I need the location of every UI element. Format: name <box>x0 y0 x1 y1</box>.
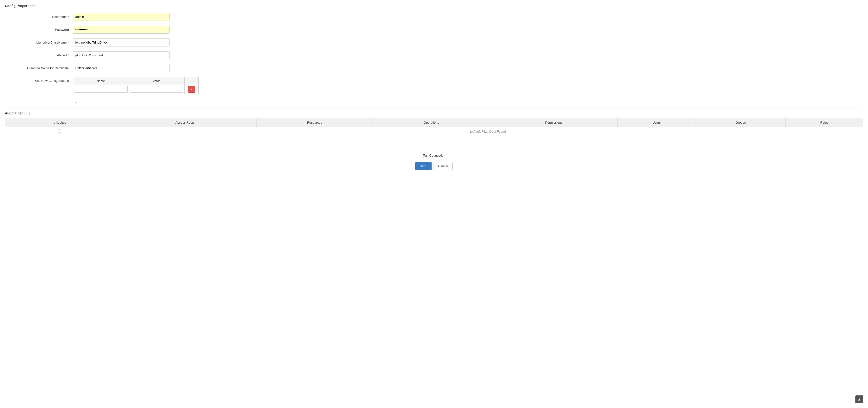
audit-filter-title-text: Audit Filter : <box>5 111 25 115</box>
audit-row-checkbox[interactable] <box>58 130 61 133</box>
add-new-config-section: Add New Configurations Name Value <box>5 77 863 94</box>
config-name-cell <box>73 85 129 94</box>
password-row: Password <box>5 26 863 34</box>
audit-add-icon: + <box>7 140 9 145</box>
jdbc-url-input[interactable] <box>73 51 169 59</box>
audit-table-header-row: Is Audited Access Result Resources Opera… <box>5 118 863 127</box>
audit-filter-title: Audit Filter : <box>5 111 863 115</box>
config-properties-title: Config Properties : <box>5 4 863 10</box>
jdbc-driver-input[interactable] <box>73 38 169 46</box>
username-label: Username * <box>5 15 73 19</box>
audit-no-data-message: No Audit Filter Data Found !! <box>114 127 863 136</box>
config-value-header: Value <box>129 77 185 85</box>
audit-filter-checkbox[interactable] <box>27 112 30 115</box>
audit-no-data-row: No Audit Filter Data Found !! <box>5 127 863 136</box>
audit-checkbox-cell <box>5 127 114 136</box>
username-row: Username * <box>5 13 863 21</box>
bottom-buttons: Test Connection Add Cancel <box>5 152 863 170</box>
add-button[interactable]: Add <box>415 162 432 170</box>
password-label: Password <box>5 28 73 31</box>
config-value-input[interactable] <box>130 86 184 93</box>
password-input[interactable] <box>73 26 169 34</box>
config-delete-cell: ✕ <box>185 85 198 94</box>
add-new-config-label: Add New Configurations <box>5 77 73 82</box>
col-roles: Roles <box>786 118 863 127</box>
col-resources: Resources <box>257 118 372 127</box>
audit-add-button[interactable]: + <box>5 139 11 146</box>
config-table-wrapper: Name Value <box>73 77 198 94</box>
col-is-audited: Is Audited <box>5 118 114 127</box>
jdbc-driver-label: jdbc.driverClassName * <box>5 41 73 44</box>
config-name-input[interactable] <box>74 86 128 93</box>
col-groups: Groups <box>696 118 786 127</box>
col-operations: Operations <box>372 118 490 127</box>
page-container: Config Properties : Username * Password … <box>0 0 868 174</box>
add-row-icon: + <box>74 100 78 105</box>
config-actions-header <box>185 77 198 85</box>
config-table: Name Value <box>73 77 198 94</box>
add-config-row-button[interactable]: + <box>73 99 80 106</box>
jdbc-url-row: jdbc.url * <box>5 51 863 59</box>
config-table-row: ✕ <box>73 85 198 94</box>
test-connection-row: Test Connection <box>5 152 863 159</box>
col-access-result: Access Result <box>114 118 257 127</box>
common-name-input[interactable] <box>73 64 169 72</box>
common-name-row: Common Name for Certificate <box>5 64 863 72</box>
test-connection-button[interactable]: Test Connection <box>418 152 450 159</box>
audit-filter-section: Audit Filter : Is Audited Access Result … <box>5 108 863 150</box>
delete-icon: ✕ <box>190 88 193 91</box>
col-permissions: Permissions <box>490 118 618 127</box>
action-buttons-row: Add Cancel <box>5 162 863 170</box>
config-name-header: Name <box>73 77 129 85</box>
common-name-label: Common Name for Certificate <box>5 66 73 70</box>
col-users: Users <box>617 118 695 127</box>
add-config-row-wrapper: + <box>5 99 863 106</box>
username-input[interactable] <box>73 13 169 21</box>
audit-filter-table: Is Audited Access Result Resources Opera… <box>5 118 863 136</box>
jdbc-url-label: jdbc.url * <box>5 54 73 57</box>
jdbc-driver-row: jdbc.driverClassName * <box>5 38 863 46</box>
cancel-button[interactable]: Cancel <box>434 162 453 170</box>
config-value-cell <box>129 85 185 94</box>
config-delete-button[interactable]: ✕ <box>188 86 195 93</box>
